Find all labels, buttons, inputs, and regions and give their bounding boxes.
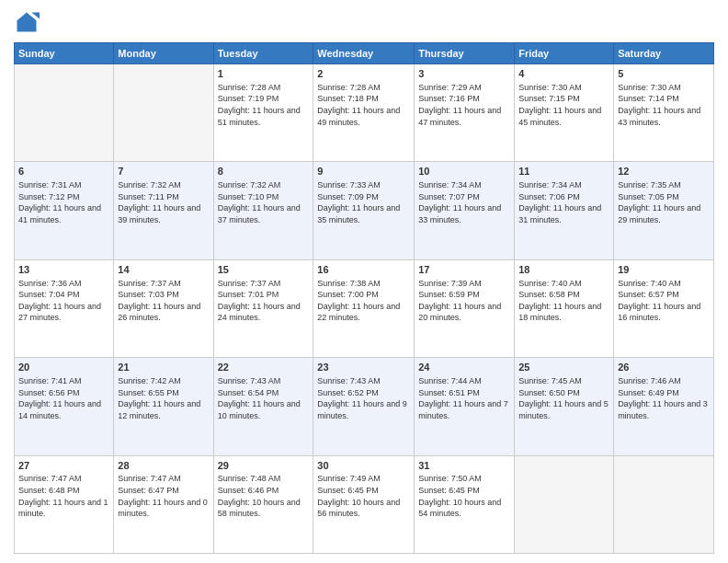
day-info: Sunrise: 7:44 AM Sunset: 6:51 PM Dayligh… <box>418 375 510 421</box>
day-number: 9 <box>317 165 410 178</box>
day-cell: 20Sunrise: 7:41 AM Sunset: 6:56 PM Dayli… <box>15 358 114 455</box>
day-number: 8 <box>218 165 310 178</box>
day-cell: 30Sunrise: 7:49 AM Sunset: 6:45 PM Dayli… <box>313 455 415 553</box>
weekday-header-tuesday: Tuesday <box>213 43 313 64</box>
day-number: 11 <box>518 165 609 178</box>
day-info: Sunrise: 7:41 AM Sunset: 6:56 PM Dayligh… <box>18 375 109 421</box>
day-cell: 16Sunrise: 7:38 AM Sunset: 7:00 PM Dayli… <box>313 259 415 357</box>
day-cell <box>614 455 714 553</box>
day-cell: 25Sunrise: 7:45 AM Sunset: 6:50 PM Dayli… <box>515 358 614 455</box>
weekday-header-monday: Monday <box>114 43 213 64</box>
day-info: Sunrise: 7:35 AM Sunset: 7:05 PM Dayligh… <box>618 179 710 225</box>
day-cell: 15Sunrise: 7:37 AM Sunset: 7:01 PM Dayli… <box>213 259 313 357</box>
day-info: Sunrise: 7:34 AM Sunset: 7:07 PM Dayligh… <box>418 179 510 225</box>
day-cell: 23Sunrise: 7:43 AM Sunset: 6:52 PM Dayli… <box>313 358 415 455</box>
day-cell: 27Sunrise: 7:47 AM Sunset: 6:48 PM Dayli… <box>15 455 114 553</box>
day-info: Sunrise: 7:40 AM Sunset: 6:58 PM Dayligh… <box>518 278 609 324</box>
day-info: Sunrise: 7:30 AM Sunset: 7:14 PM Dayligh… <box>618 82 710 128</box>
day-number: 17 <box>418 263 510 277</box>
day-number: 2 <box>317 67 410 81</box>
day-info: Sunrise: 7:46 AM Sunset: 6:49 PM Dayligh… <box>618 375 710 421</box>
day-cell: 10Sunrise: 7:34 AM Sunset: 7:07 PM Dayli… <box>415 162 515 259</box>
day-number: 27 <box>18 459 109 473</box>
day-info: Sunrise: 7:34 AM Sunset: 7:06 PM Dayligh… <box>518 179 609 225</box>
logo <box>14 9 43 35</box>
day-number: 24 <box>418 361 510 374</box>
day-cell: 1Sunrise: 7:28 AM Sunset: 7:19 PM Daylig… <box>213 64 313 162</box>
day-info: Sunrise: 7:39 AM Sunset: 6:59 PM Dayligh… <box>418 278 510 324</box>
day-cell: 3Sunrise: 7:29 AM Sunset: 7:16 PM Daylig… <box>415 64 515 162</box>
day-number: 19 <box>618 263 710 277</box>
day-info: Sunrise: 7:38 AM Sunset: 7:00 PM Dayligh… <box>317 278 410 324</box>
day-info: Sunrise: 7:47 AM Sunset: 6:47 PM Dayligh… <box>118 473 209 519</box>
day-number: 22 <box>218 361 310 374</box>
day-number: 6 <box>18 165 109 178</box>
day-number: 25 <box>518 361 609 374</box>
day-cell: 26Sunrise: 7:46 AM Sunset: 6:49 PM Dayli… <box>614 358 714 455</box>
day-cell: 12Sunrise: 7:35 AM Sunset: 7:05 PM Dayli… <box>614 162 714 259</box>
day-number: 4 <box>518 67 609 81</box>
day-info: Sunrise: 7:40 AM Sunset: 6:57 PM Dayligh… <box>618 278 710 324</box>
day-cell: 28Sunrise: 7:47 AM Sunset: 6:47 PM Dayli… <box>114 455 213 553</box>
day-cell: 9Sunrise: 7:33 AM Sunset: 7:09 PM Daylig… <box>313 162 415 259</box>
day-info: Sunrise: 7:28 AM Sunset: 7:18 PM Dayligh… <box>317 82 410 128</box>
day-number: 20 <box>18 361 109 374</box>
day-cell: 21Sunrise: 7:42 AM Sunset: 6:55 PM Dayli… <box>114 358 213 455</box>
day-number: 31 <box>418 459 510 473</box>
day-number: 28 <box>118 459 209 473</box>
day-cell: 6Sunrise: 7:31 AM Sunset: 7:12 PM Daylig… <box>15 162 114 259</box>
day-number: 13 <box>18 263 109 277</box>
calendar-table: SundayMondayTuesdayWednesdayThursdayFrid… <box>14 42 714 554</box>
day-cell: 2Sunrise: 7:28 AM Sunset: 7:18 PM Daylig… <box>313 64 415 162</box>
weekday-header-wednesday: Wednesday <box>313 43 415 64</box>
day-number: 12 <box>618 165 710 178</box>
day-cell: 11Sunrise: 7:34 AM Sunset: 7:06 PM Dayli… <box>515 162 614 259</box>
day-number: 14 <box>118 263 209 277</box>
day-cell: 24Sunrise: 7:44 AM Sunset: 6:51 PM Dayli… <box>415 358 515 455</box>
day-number: 10 <box>418 165 510 178</box>
day-cell <box>515 455 614 553</box>
day-cell: 14Sunrise: 7:37 AM Sunset: 7:03 PM Dayli… <box>114 259 213 357</box>
day-cell: 7Sunrise: 7:32 AM Sunset: 7:11 PM Daylig… <box>114 162 213 259</box>
day-info: Sunrise: 7:48 AM Sunset: 6:46 PM Dayligh… <box>218 473 310 519</box>
day-number: 16 <box>317 263 410 277</box>
day-number: 21 <box>118 361 209 374</box>
weekday-header-thursday: Thursday <box>415 43 515 64</box>
day-cell: 19Sunrise: 7:40 AM Sunset: 6:57 PM Dayli… <box>614 259 714 357</box>
day-cell <box>15 64 114 162</box>
day-info: Sunrise: 7:47 AM Sunset: 6:48 PM Dayligh… <box>18 473 109 519</box>
day-number: 30 <box>317 459 410 473</box>
week-row-1: 1Sunrise: 7:28 AM Sunset: 7:19 PM Daylig… <box>15 64 714 162</box>
day-cell: 22Sunrise: 7:43 AM Sunset: 6:54 PM Dayli… <box>213 358 313 455</box>
day-number: 15 <box>218 263 310 277</box>
day-info: Sunrise: 7:30 AM Sunset: 7:15 PM Dayligh… <box>518 82 609 128</box>
day-cell: 4Sunrise: 7:30 AM Sunset: 7:15 PM Daylig… <box>515 64 614 162</box>
day-cell: 5Sunrise: 7:30 AM Sunset: 7:14 PM Daylig… <box>614 64 714 162</box>
week-row-4: 20Sunrise: 7:41 AM Sunset: 6:56 PM Dayli… <box>15 358 714 455</box>
day-info: Sunrise: 7:28 AM Sunset: 7:19 PM Dayligh… <box>218 82 310 128</box>
day-cell: 31Sunrise: 7:50 AM Sunset: 6:45 PM Dayli… <box>415 455 515 553</box>
day-number: 29 <box>218 459 310 473</box>
week-row-2: 6Sunrise: 7:31 AM Sunset: 7:12 PM Daylig… <box>15 162 714 259</box>
day-info: Sunrise: 7:33 AM Sunset: 7:09 PM Dayligh… <box>317 179 410 225</box>
day-info: Sunrise: 7:43 AM Sunset: 6:54 PM Dayligh… <box>218 375 310 421</box>
day-number: 18 <box>518 263 609 277</box>
day-info: Sunrise: 7:42 AM Sunset: 6:55 PM Dayligh… <box>118 375 209 421</box>
day-cell <box>114 64 213 162</box>
day-info: Sunrise: 7:29 AM Sunset: 7:16 PM Dayligh… <box>418 82 510 128</box>
day-info: Sunrise: 7:37 AM Sunset: 7:01 PM Dayligh… <box>218 278 310 324</box>
day-cell: 8Sunrise: 7:32 AM Sunset: 7:10 PM Daylig… <box>213 162 313 259</box>
day-info: Sunrise: 7:49 AM Sunset: 6:45 PM Dayligh… <box>317 473 410 519</box>
weekday-header-saturday: Saturday <box>614 43 714 64</box>
day-number: 26 <box>618 361 710 374</box>
day-number: 7 <box>118 165 209 178</box>
day-cell: 29Sunrise: 7:48 AM Sunset: 6:46 PM Dayli… <box>213 455 313 553</box>
logo-icon <box>14 9 40 35</box>
weekday-header-row: SundayMondayTuesdayWednesdayThursdayFrid… <box>15 43 714 64</box>
day-info: Sunrise: 7:31 AM Sunset: 7:12 PM Dayligh… <box>18 179 109 225</box>
day-info: Sunrise: 7:45 AM Sunset: 6:50 PM Dayligh… <box>518 375 609 421</box>
day-number: 3 <box>418 67 510 81</box>
svg-marker-0 <box>17 13 37 32</box>
day-info: Sunrise: 7:32 AM Sunset: 7:11 PM Dayligh… <box>118 179 209 225</box>
weekday-header-sunday: Sunday <box>15 43 114 64</box>
